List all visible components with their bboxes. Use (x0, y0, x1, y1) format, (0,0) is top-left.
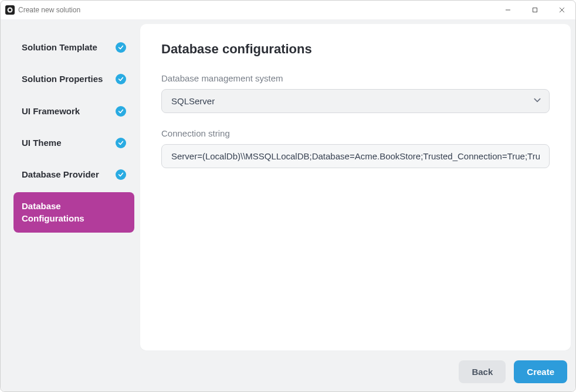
step-database-configurations[interactable]: Database Configurations (13, 192, 134, 233)
step-ui-framework[interactable]: UI Framework (13, 97, 134, 125)
connection-string-label: Connection string (161, 128, 550, 138)
check-icon (116, 74, 126, 84)
svg-point-1 (9, 9, 12, 12)
step-label: UI Theme (22, 137, 62, 149)
step-label-line2: Configurations (22, 213, 84, 224)
dbms-label: Database management system (161, 73, 550, 83)
step-database-provider[interactable]: Database Provider (13, 161, 134, 189)
body: Solution Template Solution Properties UI… (1, 19, 575, 391)
step-label: Solution Template (22, 42, 97, 53)
dbms-select[interactable]: SQLServer (161, 89, 550, 113)
back-button[interactable]: Back (459, 360, 506, 383)
step-ui-theme[interactable]: UI Theme (13, 129, 134, 157)
check-icon (116, 106, 126, 117)
step-label: Database Provider (22, 169, 99, 180)
step-solution-template[interactable]: Solution Template (13, 33, 134, 62)
maximize-button[interactable] (521, 1, 548, 19)
footer: Back Create (5, 350, 571, 387)
svg-rect-3 (533, 8, 537, 12)
content-row: Solution Template Solution Properties UI… (5, 24, 571, 350)
window-title: Create new solution (18, 6, 80, 14)
step-label-line1: Database (22, 200, 84, 212)
page-title: Database configurations (161, 42, 550, 57)
check-icon (116, 169, 126, 180)
dbms-select-value: SQLServer (161, 89, 550, 113)
window: Create new solution Solution Template So (0, 0, 576, 392)
app-icon (5, 5, 15, 15)
step-solution-properties[interactable]: Solution Properties (13, 65, 134, 93)
check-icon (116, 138, 126, 148)
sidebar: Solution Template Solution Properties UI… (5, 24, 140, 350)
step-label: Solution Properties (22, 73, 103, 85)
minimize-button[interactable] (494, 1, 521, 19)
titlebar: Create new solution (1, 1, 575, 19)
close-button[interactable] (548, 1, 575, 19)
connection-string-input[interactable] (161, 144, 550, 168)
check-icon (116, 42, 126, 53)
step-label: UI Framework (22, 105, 80, 117)
create-button[interactable]: Create (514, 360, 567, 383)
main-panel: Database configurations Database managem… (140, 24, 571, 350)
